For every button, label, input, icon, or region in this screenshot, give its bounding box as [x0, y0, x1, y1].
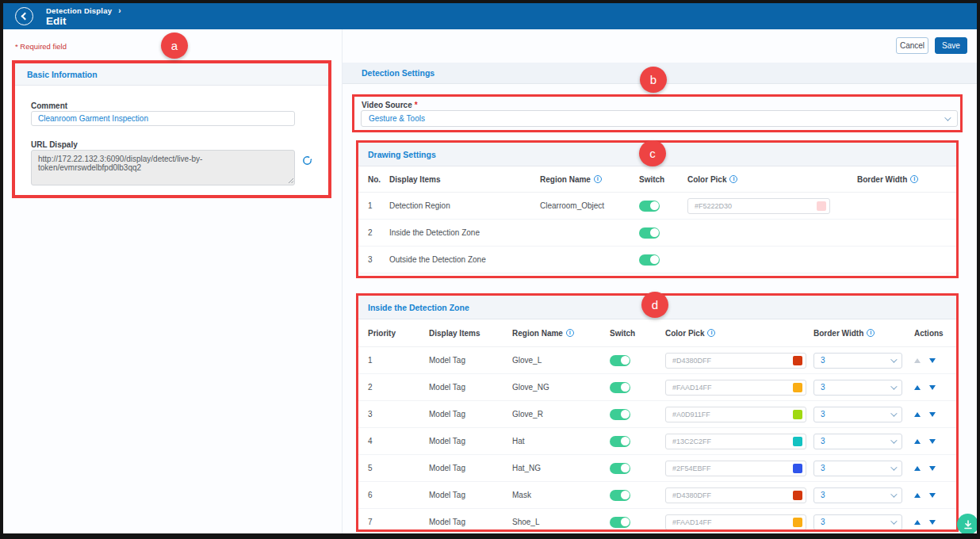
info-icon[interactable] — [707, 329, 715, 337]
border-width-select[interactable]: 3 — [813, 353, 902, 369]
switch-toggle[interactable] — [639, 227, 660, 239]
cell-actions — [914, 358, 956, 363]
move-up-button[interactable] — [914, 439, 921, 444]
col-color-pick: Color Pick — [665, 329, 813, 338]
cell-actions — [914, 493, 956, 498]
color-hex-value: #13C2C2FF — [672, 438, 711, 445]
cell-display-item: Outside the Detection Zone — [389, 255, 540, 264]
color-pick-input[interactable]: #D4380DFF — [665, 487, 806, 503]
info-icon[interactable] — [594, 175, 602, 183]
move-up-button[interactable] — [914, 358, 921, 363]
color-pick-input[interactable]: #FAAD14FF — [665, 380, 806, 396]
border-width-select[interactable]: 3 — [813, 407, 902, 422]
breadcrumb-label[interactable]: Detection Display — [46, 6, 112, 15]
info-icon[interactable] — [867, 329, 875, 337]
back-button[interactable] — [15, 7, 33, 25]
switch-toggle[interactable] — [610, 382, 630, 393]
move-down-button[interactable] — [929, 439, 936, 444]
color-hex-value: #FAAD14FF — [672, 518, 712, 526]
switch-toggle[interactable] — [639, 254, 660, 266]
col-no: No. — [368, 175, 389, 184]
cancel-button[interactable]: Cancel — [896, 37, 928, 54]
border-width-select[interactable]: 3 — [813, 434, 902, 449]
cell-no: 3 — [368, 255, 389, 264]
move-up-button[interactable] — [914, 385, 921, 390]
back-chevron-icon — [21, 12, 29, 20]
comment-input[interactable] — [31, 111, 295, 126]
switch-toggle[interactable] — [610, 490, 630, 501]
cell-actions — [914, 466, 956, 471]
border-width-select[interactable]: 3 — [813, 461, 902, 476]
cell-switch — [639, 227, 687, 239]
border-width-select[interactable]: 3 — [813, 487, 902, 503]
border-width-select[interactable]: 3 — [813, 514, 902, 530]
refresh-icon[interactable] — [302, 155, 312, 166]
color-swatch — [793, 464, 802, 473]
color-pick-input[interactable]: #A0D911FF — [665, 407, 806, 422]
callout-d: d — [641, 292, 668, 318]
toggle-knob-icon — [621, 518, 630, 526]
breadcrumb[interactable]: Detection Display› — [46, 6, 121, 15]
move-down-button[interactable] — [929, 493, 936, 498]
cell-actions — [914, 385, 956, 390]
move-up-button[interactable] — [914, 412, 921, 417]
cell-region-name: Clearroom_Object — [540, 201, 639, 210]
chevron-down-icon — [890, 491, 897, 497]
toggle-knob-icon — [621, 464, 630, 472]
cell-priority: 7 — [368, 518, 429, 526]
move-down-button[interactable] — [929, 466, 936, 471]
basic-information-title: Basic Information — [15, 63, 328, 86]
toggle-knob-icon — [650, 255, 659, 264]
table-row: 3Outside the Detection Zone — [358, 247, 956, 273]
info-icon[interactable] — [910, 175, 918, 183]
col-switch: Switch — [610, 329, 665, 338]
cell-region-name: Glove_L — [512, 356, 610, 365]
switch-toggle[interactable] — [610, 409, 630, 420]
color-pick-input[interactable]: #13C2C2FF — [665, 434, 806, 449]
screenshot-frame: Detection Display› Edit * Required field… — [0, 0, 980, 539]
color-pick-input[interactable]: #FAAD14FF — [665, 514, 806, 530]
save-button[interactable]: Save — [935, 37, 967, 54]
border-width-select[interactable]: 3 — [813, 380, 902, 396]
top-bar: Detection Display› Edit — [3, 3, 977, 29]
cell-priority: 4 — [368, 437, 429, 445]
table-row: 6Model TagMask#D4380DFF3 — [358, 482, 956, 509]
info-icon[interactable] — [566, 329, 574, 337]
move-up-button[interactable] — [914, 466, 921, 471]
callout-c: c — [639, 140, 666, 166]
chevron-down-icon — [890, 410, 897, 416]
cell-display-item: Model Tag — [429, 356, 512, 365]
move-down-button[interactable] — [929, 412, 936, 417]
switch-toggle[interactable] — [639, 201, 660, 212]
download-fab-button[interactable] — [957, 514, 977, 533]
color-swatch — [793, 518, 802, 527]
move-up-button[interactable] — [914, 493, 921, 498]
move-up-button[interactable] — [914, 520, 921, 525]
toggle-knob-icon — [621, 410, 630, 419]
switch-toggle[interactable] — [610, 355, 630, 366]
url-display-textarea[interactable]: http://172.22.132.3:6090/display/detect/… — [31, 150, 295, 185]
color-hex-value: #FAAD14FF — [672, 384, 712, 392]
move-down-button[interactable] — [929, 358, 936, 363]
color-swatch — [793, 383, 802, 392]
toggle-knob-icon — [650, 228, 659, 237]
cell-switch — [610, 490, 665, 501]
video-source-select[interactable]: Gesture & Tools — [361, 110, 958, 127]
switch-toggle[interactable] — [610, 436, 630, 447]
cell-region-name: Shoe_L — [512, 518, 610, 526]
cell-display-item: Model Tag — [429, 491, 512, 499]
move-down-button[interactable] — [929, 520, 936, 525]
info-icon[interactable] — [729, 175, 737, 183]
color-pick-input[interactable]: #2F54EBFF — [665, 461, 806, 476]
inside-zone-table-header: Priority Display Items Region Name Switc… — [358, 319, 956, 347]
color-pick-input[interactable]: #D4380DFF — [665, 353, 806, 369]
col-color-pick: Color Pick — [687, 175, 857, 184]
switch-toggle[interactable] — [610, 517, 630, 528]
switch-toggle[interactable] — [610, 463, 630, 474]
color-pick-input[interactable]: #F5222D30 — [687, 198, 830, 214]
page-title: Edit — [46, 15, 67, 27]
move-down-button[interactable] — [929, 385, 936, 390]
cell-actions — [914, 520, 956, 525]
resize-handle-icon[interactable] — [288, 178, 294, 184]
download-icon — [963, 520, 973, 529]
